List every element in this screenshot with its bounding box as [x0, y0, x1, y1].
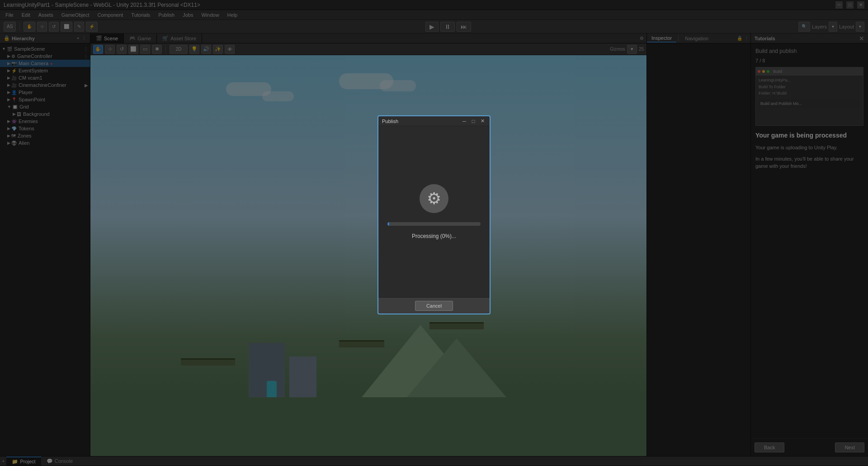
publish-dialog-title: Publish	[382, 119, 461, 124]
publish-dialog-footer: Cancel	[378, 297, 490, 314]
publish-dialog-body: ⚙ Processing (0%)...	[378, 126, 490, 297]
modal-overlay: Publish ─ □ ✕ ⚙ Processing (0%)... Cance…	[0, 0, 868, 466]
progress-bar	[387, 222, 389, 226]
publish-dialog-controls: ─ □ ✕	[461, 118, 486, 125]
publish-dialog: Publish ─ □ ✕ ⚙ Processing (0%)... Cance…	[377, 115, 491, 314]
publish-cancel-button[interactable]: Cancel	[415, 301, 453, 311]
dialog-close-button[interactable]: ✕	[479, 118, 486, 125]
dialog-minimize-button[interactable]: ─	[461, 118, 468, 125]
publish-status-text: Processing (0%)...	[412, 233, 456, 239]
gear-icon: ⚙	[420, 184, 448, 213]
publish-dialog-header: Publish ─ □ ✕	[378, 116, 490, 126]
progress-bar-container	[387, 222, 481, 226]
dialog-maximize-button[interactable]: □	[470, 118, 477, 125]
